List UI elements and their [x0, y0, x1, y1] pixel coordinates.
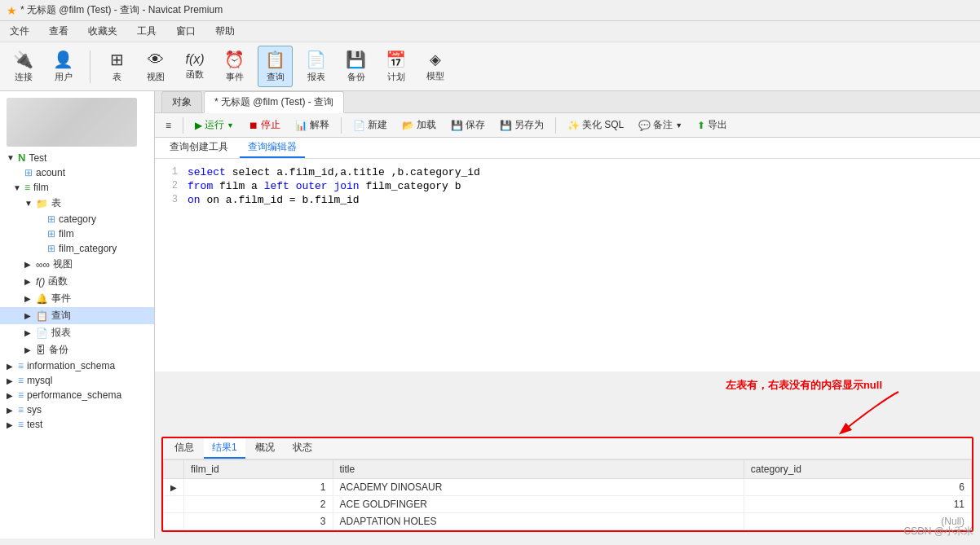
- query-tab-main[interactable]: * 无标题 @film (Test) - 查询: [204, 91, 344, 113]
- sidebar-item-test-db[interactable]: ▶ ≡ test: [0, 417, 154, 432]
- secondary-toolbar: ≡ ▶ 运行 ▼ ⏹ 停止 📊 解释 📄 新建 📂: [155, 113, 980, 138]
- sidebar-item-film-table[interactable]: ⊞ film: [0, 226, 154, 241]
- run-btn[interactable]: ▶ 运行 ▼: [189, 116, 240, 134]
- lower-content: 1 select select a.film_id,a.title ,b.cat…: [155, 159, 980, 538]
- db-icon-sys: ≡: [18, 404, 24, 415]
- db-icon-is: ≡: [18, 360, 24, 371]
- sidebar-item-event-folder[interactable]: ▶ 🔔 事件: [0, 290, 154, 307]
- sidebar-item-view-folder[interactable]: ▶ ∞∞ 视图: [0, 256, 154, 273]
- beautify-btn[interactable]: ✨ 美化 SQL: [562, 116, 629, 134]
- film-db-icon: ≡: [24, 182, 30, 193]
- row1-category-id: 6: [744, 479, 971, 496]
- code-line3-content: on a.film_id = b.film_id: [206, 194, 359, 206]
- explain-btn[interactable]: 📊 解释: [289, 116, 335, 134]
- toolbar-backup-label: 备份: [347, 71, 365, 83]
- query-create-tab[interactable]: 查询创建工具: [161, 138, 236, 158]
- sidebar-item-report-folder[interactable]: ▶ 📄 报表: [0, 324, 154, 341]
- query-editor-tab[interactable]: 查询编辑器: [240, 138, 305, 158]
- sidebar-item-film-db[interactable]: ▼ ≡ film: [0, 180, 154, 195]
- toolbar-connect[interactable]: 🔌 连接: [7, 46, 40, 86]
- result-tab-overview[interactable]: 概况: [247, 438, 283, 459]
- export-btn[interactable]: ⬆ 导出: [691, 116, 733, 134]
- result-tab-status-label: 状态: [293, 442, 312, 453]
- query-create-tab-label: 查询创建工具: [170, 141, 228, 152]
- sidebar-item-category-label: category: [59, 213, 96, 225]
- sidebar-item-mysql[interactable]: ▶ ≡ mysql: [0, 373, 154, 388]
- load-btn[interactable]: 📂 加载: [396, 116, 442, 134]
- toolbar-report-label: 报表: [307, 71, 325, 83]
- sidebar-item-query-label: 查询: [51, 309, 71, 323]
- comment-btn[interactable]: 💬 备注 ▼: [633, 116, 688, 134]
- connect-icon: 🔌: [13, 50, 33, 69]
- toolbar-function[interactable]: f(x) 函数: [179, 49, 211, 84]
- row3-film-id: 3: [184, 513, 333, 530]
- save-as-btn[interactable]: 💾 另存为: [494, 116, 550, 134]
- toolbar-view[interactable]: 👁 视图: [139, 47, 172, 86]
- row1-film-id: 1: [184, 479, 333, 496]
- sidebar-item-film-category[interactable]: ⊞ film_category: [0, 241, 154, 256]
- toolbar-table[interactable]: ⊞ 表: [100, 46, 133, 86]
- sidebar-item-function-folder[interactable]: ▶ f() 函数: [0, 273, 154, 290]
- arrow-down-icon-2: ▼: [13, 183, 21, 192]
- code-editor[interactable]: 1 select select a.film_id,a.title ,b.cat…: [155, 159, 980, 371]
- arrow-right-ps: ▶: [7, 391, 15, 400]
- sidebar-item-perf-schema[interactable]: ▶ ≡ performance_schema: [0, 388, 154, 402]
- toolbar-event[interactable]: ⏰ 事件: [218, 46, 251, 86]
- row-arrow-2: [164, 496, 184, 513]
- menu-view[interactable]: 查看: [46, 23, 72, 40]
- result-tab-status[interactable]: 状态: [285, 438, 320, 459]
- new-btn[interactable]: 📄 新建: [347, 116, 393, 134]
- toolbar-schedule[interactable]: 📅 计划: [379, 46, 413, 86]
- new-label: 新建: [368, 118, 387, 132]
- sidebar-item-test-db-label: test: [27, 419, 42, 430]
- object-tab[interactable]: 对象: [161, 91, 202, 112]
- menu-window[interactable]: 窗口: [173, 23, 199, 40]
- stop-btn[interactable]: ⏹ 停止: [243, 116, 286, 134]
- view-icon: 👁: [148, 51, 164, 69]
- menu-file[interactable]: 文件: [7, 23, 33, 40]
- hamburger-icon: ≡: [166, 120, 171, 131]
- row-arrow-1: ▶: [164, 479, 184, 496]
- sidebar-item-category[interactable]: ⊞ category: [0, 212, 154, 226]
- toolbar-query[interactable]: 📋 查询: [258, 46, 293, 87]
- row1-title: ACADEMY DINOSAUR: [333, 479, 744, 496]
- annotation-arrow: [817, 388, 915, 437]
- sidebar: ▼ N Test ⊞ acount ▼ ≡ film ▼ 📁 表 ⊞ categ…: [0, 91, 155, 538]
- menu-help[interactable]: 帮助: [212, 23, 238, 40]
- sidebar-item-table-folder[interactable]: ▼ 📁 表: [0, 195, 154, 212]
- menu-btn[interactable]: ≡: [160, 117, 177, 134]
- arrow-right-test: ▶: [7, 420, 15, 429]
- toolbar-report[interactable]: 📄 报表: [299, 46, 333, 86]
- sidebar-item-backup-folder[interactable]: ▶ 🗄 备份: [0, 341, 154, 358]
- title-bar: ★ * 无标题 @film (Test) - 查询 - Navicat Prem…: [0, 0, 980, 21]
- col-header-row-indicator: [164, 460, 184, 479]
- arrow-right-is: ▶: [7, 362, 15, 371]
- sidebar-item-info-schema[interactable]: ▶ ≡ information_schema: [0, 358, 154, 373]
- title-text: * 无标题 @film (Test) - 查询 - Navicat Premiu…: [20, 3, 223, 17]
- sidebar-item-query-folder[interactable]: ▶ 📋 查询: [0, 307, 154, 324]
- beautify-icon: ✨: [567, 120, 580, 131]
- sidebar-item-perf-schema-label: performance_schema: [27, 389, 121, 401]
- save-btn[interactable]: 💾 保存: [445, 116, 491, 134]
- sidebar-item-acount[interactable]: ⊞ acount: [0, 165, 154, 180]
- result-tabs: 信息 结果1 概况 状态: [163, 438, 972, 459]
- result-tab-result1[interactable]: 结果1: [204, 438, 245, 459]
- query-editor-tab-label: 查询编辑器: [248, 141, 297, 152]
- sec-sep-2: [341, 117, 342, 134]
- toolbar-model[interactable]: ◈ 模型: [419, 47, 452, 86]
- sidebar-item-test[interactable]: ▼ N Test: [0, 150, 154, 165]
- menu-favorites[interactable]: 收藏夹: [85, 23, 121, 40]
- toolbar-table-label: 表: [113, 71, 121, 83]
- toolbar-user[interactable]: 👤 用户: [46, 46, 80, 86]
- menu-tools[interactable]: 工具: [134, 23, 160, 40]
- arrow-right-query: ▶: [24, 311, 33, 320]
- row3-title: ADAPTATION HOLES: [333, 513, 744, 530]
- sidebar-item-sys[interactable]: ▶ ≡ sys: [0, 402, 154, 417]
- sec-sep-3: [555, 117, 556, 134]
- arrow-right-report: ▶: [24, 328, 33, 337]
- run-dropdown-icon: ▼: [227, 121, 234, 130]
- code-line-1: 1 select select a.film_id,a.title ,b.cat…: [158, 165, 977, 179]
- result-tab-info[interactable]: 信息: [166, 438, 202, 459]
- toolbar-schedule-label: 计划: [387, 71, 405, 83]
- toolbar-backup[interactable]: 💾 备份: [339, 46, 373, 86]
